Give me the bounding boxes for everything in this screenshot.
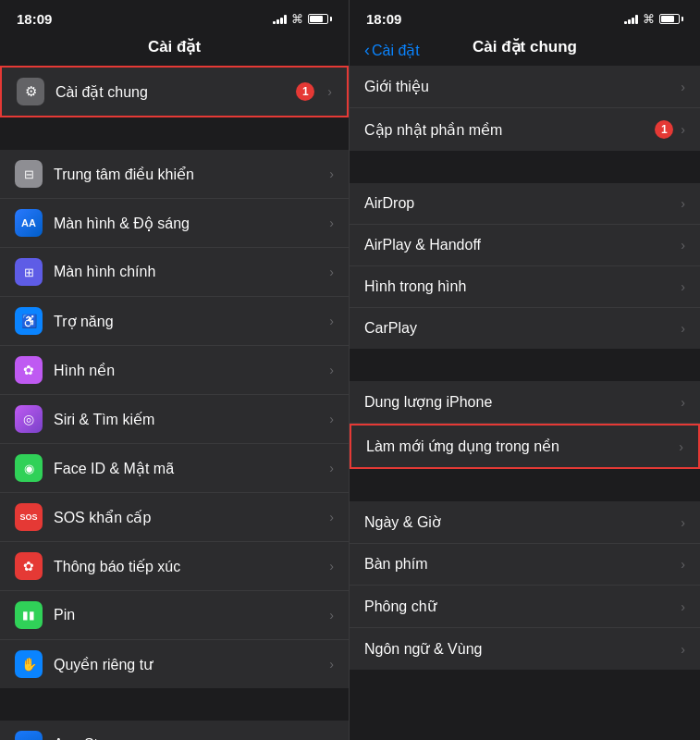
- man-hinh-chinh-icon: ⊞: [15, 258, 43, 286]
- right-group-2: AirDrop › AirPlay & Handoff › Hình trong…: [350, 183, 700, 349]
- left-item-quyen[interactable]: ✋ Quyền riêng tư ›: [0, 640, 349, 688]
- right-wifi-icon: ⌘: [643, 12, 655, 26]
- back-chevron-icon: ‹: [364, 40, 370, 59]
- ban-phim-chevron: ›: [681, 557, 685, 572]
- signal-icon: [273, 14, 287, 24]
- tro-nang-icon: ♿: [15, 307, 43, 335]
- right-item-hinh-trong-hinh[interactable]: Hình trong hình ›: [350, 266, 700, 308]
- airplay-chevron: ›: [681, 238, 685, 253]
- ngon-ngu-label: Ngôn ngữ & Vùng: [364, 640, 681, 658]
- siri-label: Siri & Tìm kiếm: [54, 411, 324, 428]
- left-item-hinh-nen[interactable]: ✿ Hình nền ›: [0, 346, 349, 395]
- right-item-airdrop[interactable]: AirDrop ›: [350, 183, 700, 225]
- pin-label: Pin: [54, 607, 324, 623]
- cai-dat-chung-icon: ⚙: [17, 78, 44, 105]
- cap-nhat-chevron: ›: [681, 122, 685, 137]
- quyen-chevron: ›: [329, 657, 334, 672]
- battery-icon: [308, 14, 332, 24]
- right-battery-icon: [659, 14, 683, 24]
- ngay-gio-chevron: ›: [681, 515, 685, 530]
- right-item-airplay[interactable]: AirPlay & Handoff ›: [350, 225, 700, 266]
- face-id-icon: ◉: [15, 454, 43, 482]
- lam-moi-chevron: ›: [679, 439, 683, 454]
- left-item-man-hinh-do-sang[interactable]: AA Màn hình & Độ sáng ›: [0, 199, 349, 248]
- left-time: 18:09: [17, 11, 52, 27]
- carplay-chevron: ›: [681, 321, 685, 336]
- carplay-label: CarPlay: [364, 320, 681, 337]
- right-item-lam-moi[interactable]: Làm mới ứng dụng trong nền ›: [350, 424, 700, 469]
- right-item-cap-nhat[interactable]: Cập nhật phần mềm 1 ›: [350, 108, 700, 151]
- left-item-thong-bao[interactable]: ✿ Thông báo tiếp xúc ›: [0, 542, 349, 591]
- pin-chevron: ›: [329, 608, 334, 623]
- left-page-title: Cài đặt: [148, 38, 201, 56]
- left-item-cai-dat-chung[interactable]: ⚙ Cài đặt chung 1 ›: [0, 66, 349, 117]
- right-group-1: Giới thiệu › Cập nhật phần mềm 1 ›: [350, 66, 700, 151]
- gioi-thieu-label: Giới thiệu: [364, 78, 681, 95]
- face-id-label: Face ID & Mật mã: [54, 460, 324, 477]
- airdrop-label: AirDrop: [364, 195, 681, 212]
- siri-chevron: ›: [329, 412, 334, 426]
- right-status-bar: 18:09 ⌘: [350, 0, 700, 33]
- cap-nhat-badge: 1: [655, 120, 673, 139]
- left-status-icons: ⌘: [273, 12, 332, 26]
- right-item-gioi-thieu[interactable]: Giới thiệu ›: [350, 66, 700, 108]
- left-panel: 18:09 ⌘ Cài đặt ⚙: [0, 0, 350, 740]
- dung-luong-chevron: ›: [681, 395, 685, 410]
- right-panel: 18:09 ⌘ ‹ Cài đặt Cài đặt chung: [350, 0, 700, 740]
- hinh-nen-icon: ✿: [15, 356, 43, 384]
- thong-bao-label: Thông báo tiếp xúc: [54, 558, 324, 575]
- left-item-sos[interactable]: SOS SOS khẩn cấp ›: [0, 493, 349, 542]
- right-item-ngay-gio[interactable]: Ngày & Giờ ›: [350, 501, 700, 544]
- cai-dat-chung-badge: 1: [296, 82, 314, 101]
- gioi-thieu-chevron: ›: [681, 80, 685, 94]
- ban-phim-label: Bàn phím: [364, 556, 681, 573]
- ngon-ngu-chevron: ›: [681, 642, 685, 657]
- ngay-gio-label: Ngày & Giờ: [364, 513, 681, 531]
- app-store-icon: A: [15, 731, 43, 740]
- thong-bao-icon: ✿: [15, 552, 43, 580]
- dung-luong-label: Dung lượng iPhone: [364, 393, 681, 411]
- right-item-ban-phim[interactable]: Bàn phím ›: [350, 544, 700, 586]
- left-group-2: ⊟ Trung tâm điều khiển › AA Màn hình & Đ…: [0, 150, 349, 688]
- right-settings-list: Giới thiệu › Cập nhật phần mềm 1 › AirDr…: [350, 66, 700, 740]
- face-id-chevron: ›: [329, 461, 334, 475]
- tro-nang-chevron: ›: [329, 314, 334, 328]
- right-item-dung-luong[interactable]: Dung lượng iPhone ›: [350, 381, 700, 424]
- sos-icon: SOS: [15, 503, 43, 531]
- trung-tam-icon: ⊟: [15, 160, 43, 188]
- left-item-app-store[interactable]: A App Store ›: [0, 721, 349, 740]
- left-item-tro-nang[interactable]: ♿ Trợ năng ›: [0, 297, 349, 346]
- left-item-man-hinh-chinh[interactable]: ⊞ Màn hình chính ›: [0, 248, 349, 297]
- left-group-3: A App Store ›: [0, 721, 349, 740]
- left-item-pin[interactable]: ▮▮ Pin ›: [0, 591, 349, 640]
- left-settings-list: ⚙ Cài đặt chung 1 › ⊟ Trung tâm điều khi…: [0, 66, 349, 740]
- phong-chu-chevron: ›: [681, 599, 685, 614]
- right-nav-header: ‹ Cài đặt Cài đặt chung: [350, 33, 700, 66]
- back-label: Cài đặt: [372, 41, 420, 58]
- lam-moi-label: Làm mới ứng dụng trong nền: [366, 438, 679, 455]
- cai-dat-chung-label: Cài đặt chung: [55, 83, 296, 101]
- trung-tam-chevron: ›: [329, 166, 334, 181]
- left-item-siri[interactable]: ◎ Siri & Tìm kiếm ›: [0, 395, 349, 444]
- man-hinh-chevron: ›: [329, 216, 334, 230]
- right-time: 18:09: [366, 11, 401, 27]
- left-group-1: ⚙ Cài đặt chung 1 ›: [0, 66, 349, 117]
- right-status-icons: ⌘: [624, 12, 683, 26]
- right-item-phong-chu[interactable]: Phông chữ ›: [350, 586, 700, 628]
- left-item-face-id[interactable]: ◉ Face ID & Mật mã ›: [0, 444, 349, 493]
- man-hinh-chinh-label: Màn hình chính: [54, 264, 324, 280]
- left-status-bar: 18:09 ⌘: [0, 0, 349, 33]
- right-group-3: Dung lượng iPhone › Làm mới ứng dụng tro…: [350, 381, 700, 469]
- man-hinh-chinh-chevron: ›: [329, 265, 334, 279]
- left-nav-header: Cài đặt: [0, 33, 349, 66]
- hinh-nen-label: Hình nền: [54, 362, 324, 379]
- right-item-carplay[interactable]: CarPlay ›: [350, 308, 700, 349]
- right-signal-icon: [624, 14, 638, 24]
- hinh-trong-hinh-chevron: ›: [681, 279, 685, 294]
- pin-icon: ▮▮: [15, 601, 43, 629]
- back-button[interactable]: ‹ Cài đặt: [364, 40, 420, 59]
- right-group-4: Ngày & Giờ › Bàn phím › Phông chữ › Ngôn…: [350, 501, 700, 670]
- right-item-ngon-ngu[interactable]: Ngôn ngữ & Vùng ›: [350, 628, 700, 670]
- sos-chevron: ›: [329, 510, 334, 524]
- left-item-trung-tam[interactable]: ⊟ Trung tâm điều khiển ›: [0, 150, 349, 199]
